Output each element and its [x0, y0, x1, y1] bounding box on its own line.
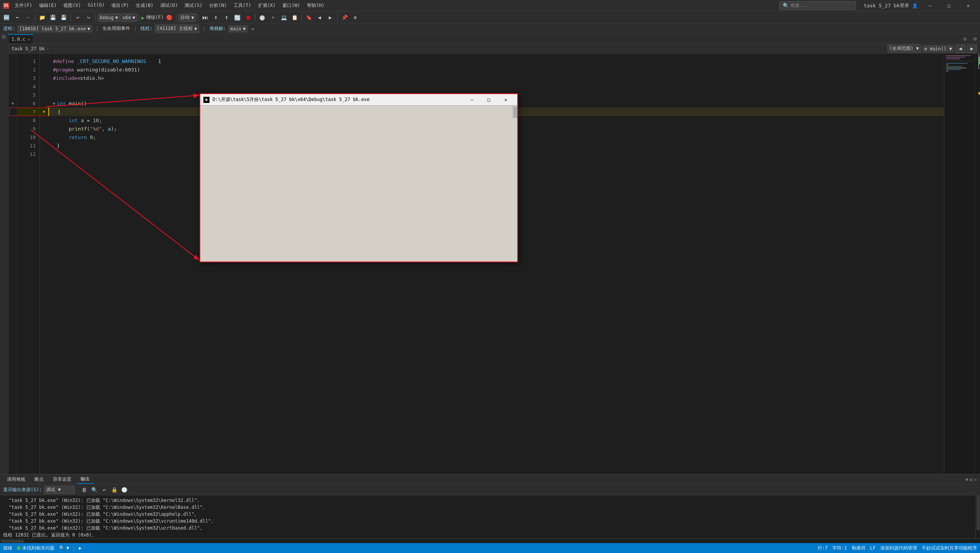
output-horizontal-scrollbar[interactable] — [0, 538, 980, 543]
output-panel-float-button[interactable]: ⊟ — [970, 477, 973, 482]
status-next-error-button[interactable]: ▶ — [79, 545, 81, 551]
output-source-dropdown[interactable]: 调试 ▼ — [44, 486, 75, 494]
git-icon[interactable]: 团 — [0, 41, 8, 44]
sep7 — [255, 14, 256, 22]
debug-indicator-column: ➤ — [40, 54, 48, 474]
bookmark-button[interactable]: 🔖 — [304, 13, 314, 23]
output-panel-close-button[interactable]: ✕ — [974, 477, 977, 482]
menu-help[interactable]: 帮助(H) — [304, 2, 328, 10]
code-line-2: #pragma warning(disable:6031) — [48, 65, 944, 74]
step-over-button[interactable]: ⏭ — [200, 13, 210, 23]
fold-indicator-6[interactable]: ▼ — [8, 99, 17, 108]
menu-git[interactable]: Git(G) — [85, 2, 107, 10]
run-button[interactable]: ▶ 继续(F) — [141, 14, 163, 21]
menu-project[interactable]: 项目(P) — [108, 2, 132, 10]
status-filter[interactable]: 🔍 ▼ — [59, 545, 69, 551]
forward-button[interactable]: ➡ — [23, 13, 33, 23]
main-toolbar: 🆕 ⬅ ➡ 📁 💾 💾 ↩ ↪ Debug ▼ x64 ▼ ▶ 继续(F) 🔴 … — [0, 12, 980, 24]
new-file-button[interactable]: 🆕 — [2, 13, 12, 23]
step-out-button[interactable]: ⬆ — [222, 13, 232, 23]
step-into-button[interactable]: ⬇ — [211, 13, 221, 23]
thread-dropdown[interactable]: [41120] 主线程 ▼ — [155, 25, 199, 33]
menu-window[interactable]: 窗口(W) — [279, 2, 303, 10]
expand-editor-button[interactable]: ⊞ — [970, 34, 980, 43]
tab-close-icon[interactable]: ✕ — [28, 37, 30, 41]
close-button[interactable]: ✕ — [959, 0, 977, 12]
editor-secondary-toolbar: task 5_27 bk › (全局范围) ▼ ⚙ main() ▼ — [8, 44, 980, 54]
console-close-button[interactable]: ✕ — [497, 94, 514, 105]
live-share-label[interactable]: 不妨试试实时共享功能程序 — [922, 545, 977, 551]
code-line-1: #define _CRT_SECURE_NO_WARNINGS 1 — [48, 57, 944, 65]
platform-dropdown[interactable]: x64 ▼ — [120, 13, 137, 22]
pin-button[interactable]: 📌 — [340, 13, 350, 23]
scope-left-dropdown[interactable]: (全局范围) ▼ — [888, 45, 921, 53]
collapse-all-button[interactable]: ◀ — [955, 45, 965, 53]
auto-dropdown[interactable]: 自动 ▼ — [178, 13, 196, 22]
output-tab-output[interactable]: 输出 — [77, 475, 94, 484]
menu-view[interactable]: 视图(V) — [60, 2, 84, 10]
debug-config-dropdown[interactable]: Debug ▼ — [98, 13, 120, 22]
settings-button[interactable]: ⚙ — [350, 13, 360, 23]
solution-explorer-icon[interactable]: 解 — [0, 35, 8, 38]
restart-button[interactable]: 🔄 — [233, 13, 243, 23]
back-button[interactable]: ⬅ — [12, 13, 22, 23]
prev-bookmark-button[interactable]: ◀ — [315, 13, 325, 23]
menu-tools[interactable]: 工具(T) — [231, 2, 254, 10]
output-panel-collapse-button[interactable]: ▼ — [965, 477, 968, 482]
word-wrap-button[interactable]: ↩ — [100, 486, 109, 494]
output-tab-call-stack[interactable]: 调用堆栈 — [3, 475, 29, 483]
exception-button[interactable]: ⚡ — [268, 13, 278, 23]
login-button[interactable]: 登录 — [900, 2, 909, 9]
find-in-output-button[interactable]: 🔍 — [90, 486, 99, 494]
split-editor-button[interactable]: ⚙ — [960, 34, 970, 43]
output-scrollbar[interactable] — [975, 495, 980, 538]
process-label: 进程: — [3, 25, 15, 32]
console-maximize-button[interactable]: □ — [480, 94, 497, 105]
undo-button[interactable]: ↩ — [73, 13, 83, 23]
menu-debug[interactable]: 调试(D) — [157, 2, 181, 10]
status-mode: 就绪 — [3, 545, 12, 551]
redo-button[interactable]: ↪ — [84, 13, 94, 23]
menu-analyze[interactable]: 分析(N) — [206, 2, 230, 10]
console-minimize-button[interactable]: — — [464, 94, 480, 105]
menu-extensions[interactable]: 扩展(X) — [255, 2, 279, 10]
menu-file[interactable]: 文件(F) — [12, 2, 35, 10]
expand-all-button[interactable]: ▶ — [967, 45, 977, 53]
code-line-3: #include<stdio.h> — [48, 74, 944, 82]
line-num-3: 3 — [17, 74, 40, 82]
stop-button[interactable]: ⏹ — [243, 13, 253, 23]
menu-edit[interactable]: 编辑(E) — [36, 2, 60, 10]
user-icon: 👤 — [912, 3, 918, 8]
breakpoint-button[interactable]: ⬤ — [257, 13, 267, 23]
console-title-text: D:\开源\task\5月份\task 5_27 bk\x64\Debug\ta… — [213, 96, 464, 103]
output-tab-exception-settings[interactable]: 异常设置 — [49, 475, 75, 483]
disassembly-button[interactable]: 📋 — [290, 13, 300, 23]
open-folder-button[interactable]: 📁 — [37, 13, 47, 23]
editor-scrollbar[interactable] — [975, 54, 980, 474]
scope-right-dropdown[interactable]: ⚙ main() ▼ — [922, 45, 954, 52]
source-control-label[interactable]: 添加到源代码管理 — [880, 545, 917, 551]
auto-label: 自动 — [180, 14, 190, 21]
tab-1.0.c[interactable]: 1.0.c ✕ — [8, 34, 33, 43]
save-all-button[interactable]: 💾 — [59, 13, 69, 23]
clear-output-button[interactable]: 🗑 — [80, 486, 89, 494]
search-box[interactable]: 🔍 搜索... — [779, 1, 856, 10]
console-scrollbar[interactable] — [513, 106, 517, 119]
clock-button[interactable]: 🕐 — [120, 486, 129, 494]
menu-build[interactable]: 生成(B) — [133, 2, 157, 10]
debug-options-button[interactable]: 🔴 — [164, 13, 174, 23]
output-tab-breakpoints[interactable]: 断点 — [31, 475, 48, 483]
process-dropdown[interactable]: [10016] task 5_27 bk.exe ▼ — [17, 25, 92, 32]
memory-button[interactable]: 💻 — [279, 13, 289, 23]
menu-test[interactable]: 测试(S) — [181, 2, 205, 10]
maximize-button[interactable]: □ — [940, 0, 958, 12]
tab-bar: 1.0.c ✕ ⚙ ⊞ — [8, 34, 980, 44]
save-button[interactable]: 💾 — [48, 13, 58, 23]
scroll-lock-button[interactable]: 🔒 — [110, 486, 119, 494]
next-bookmark-button[interactable]: ▶ — [325, 13, 335, 23]
stack-label: 堆栈帧: — [210, 25, 226, 32]
fold-marker-6[interactable]: ▼ — [53, 101, 55, 106]
minimize-button[interactable]: — — [921, 0, 939, 12]
output-panel: 调用堆栈 断点 异常设置 输出 ▼ ⊟ ✕ 显示输出来源(S): 调试 ▼ 🗑 — [0, 474, 980, 543]
stack-dropdown[interactable]: main ▼ — [228, 25, 247, 32]
